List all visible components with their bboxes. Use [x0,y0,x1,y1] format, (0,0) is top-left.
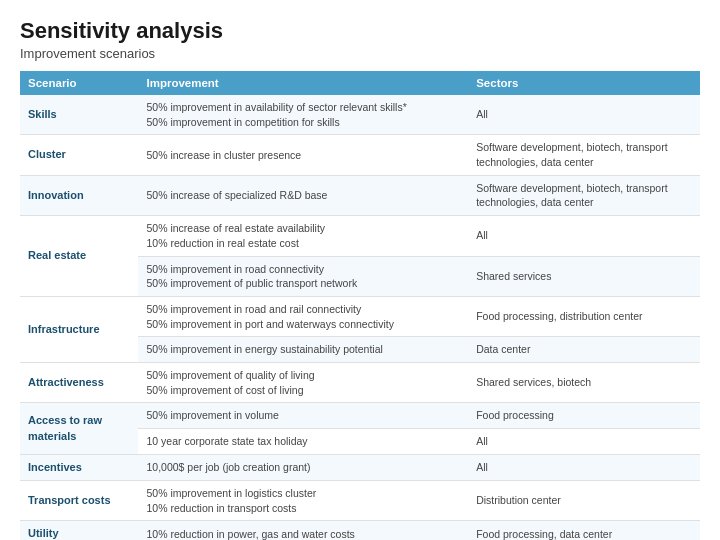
table-row: Utility10% reduction in power, gas and w… [20,521,700,540]
cell-sectors: Software development, biotech, transport… [468,175,700,215]
cell-sectors: Distribution center [468,481,700,521]
table-row: Attractiveness50% improvement of quality… [20,362,700,402]
cell-scenario: Innovation [20,175,138,215]
table-row: Incentives10,000$ per job (job creation … [20,454,700,480]
cell-sectors: All [468,95,700,135]
cell-improvement: 10% reduction in power, gas and water co… [138,521,468,540]
cell-sectors: Food processing, distribution center [468,296,700,336]
col-header-improvement: Improvement [138,71,468,95]
cell-scenario: Cluster [20,135,138,175]
cell-sectors: Data center [468,337,700,363]
table-body: Skills50% improvement in availability of… [20,95,700,540]
table-row: Innovation50% increase of specialized R&… [20,175,700,215]
sensitivity-table: Scenario Improvement Sectors Skills50% i… [20,71,700,540]
cell-scenario: Attractiveness [20,362,138,402]
cell-sectors: Software development, biotech, transport… [468,135,700,175]
table-row: Real estate50% increase of real estate a… [20,216,700,256]
cell-sectors: Shared services, biotech [468,362,700,402]
page-container: Sensitivity analysis Improvement scenari… [0,0,720,540]
cell-sectors: All [468,216,700,256]
cell-sectors: Food processing [468,403,700,429]
cell-improvement: 10 year corporate state tax holiday [138,429,468,455]
col-header-scenario: Scenario [20,71,138,95]
cell-improvement: 50% improvement in energy sustainability… [138,337,468,363]
cell-improvement: 50% improvement in road connectivity50% … [138,256,468,296]
cell-improvement: 50% improvement in volume [138,403,468,429]
page-title: Sensitivity analysis [20,18,700,44]
table-row: Cluster50% increase in cluster presenceS… [20,135,700,175]
cell-improvement: 10,000$ per job (job creation grant) [138,454,468,480]
cell-sectors: All [468,429,700,455]
table-row: Access to raw materials50% improvement i… [20,403,700,429]
cell-scenario: Transport costs [20,481,138,521]
table-row: Skills50% improvement in availability of… [20,95,700,135]
cell-scenario: Utility [20,521,138,540]
cell-sectors: Food processing, data center [468,521,700,540]
table-row: Infrastructure50% improvement in road an… [20,296,700,336]
table-row: Transport costs50% improvement in logist… [20,481,700,521]
cell-improvement: 50% increase of specialized R&D base [138,175,468,215]
cell-scenario: Real estate [20,216,138,297]
cell-scenario: Access to raw materials [20,403,138,454]
cell-sectors: All [468,454,700,480]
cell-improvement: 50% increase in cluster presence [138,135,468,175]
page-subtitle: Improvement scenarios [20,46,700,61]
cell-scenario: Skills [20,95,138,135]
cell-improvement: 50% improvement in logistics cluster10% … [138,481,468,521]
table-header-row: Scenario Improvement Sectors [20,71,700,95]
col-header-sectors: Sectors [468,71,700,95]
cell-scenario: Incentives [20,454,138,480]
cell-scenario: Infrastructure [20,296,138,362]
cell-improvement: 50% improvement in road and rail connect… [138,296,468,336]
cell-improvement: 50% increase of real estate availability… [138,216,468,256]
cell-sectors: Shared services [468,256,700,296]
cell-improvement: 50% improvement of quality of living50% … [138,362,468,402]
cell-improvement: 50% improvement in availability of secto… [138,95,468,135]
